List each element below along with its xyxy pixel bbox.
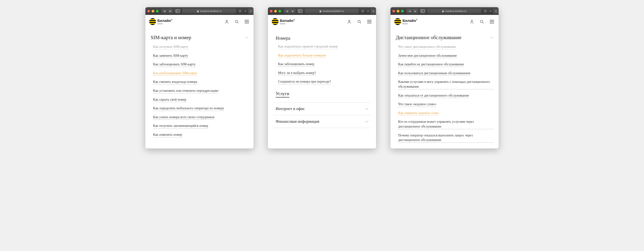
- search-icon[interactable]: [234, 19, 240, 24]
- back-button[interactable]: ◀: [284, 9, 290, 14]
- overflow-button[interactable]: »: [489, 9, 492, 13]
- search-icon[interactable]: [356, 19, 362, 24]
- faq-link[interactable]: Как изменить кодовое слово: [398, 111, 438, 116]
- faq-link[interactable]: Как подключить больше номеров: [278, 53, 326, 58]
- section-header[interactable]: SIM-карта и номер: [151, 31, 248, 44]
- close-window-button[interactable]: [392, 10, 395, 12]
- faq-link[interactable]: Как получить SIM-карту: [153, 44, 188, 50]
- faq-link[interactable]: Как определить мобильного оператора по н…: [153, 106, 224, 111]
- page-content: Номера Как подключить прямой городской н…: [268, 28, 376, 134]
- logo-text: Билайн® Бизнес: [280, 19, 295, 24]
- nav-buttons: ◀ ▶: [162, 9, 173, 14]
- browser-window: ◀ ▶ moskva.beeline.ru » + Билайн® Бизнес: [390, 7, 498, 148]
- faq-link[interactable]: Как установить или отменить переадресаци…: [153, 88, 218, 94]
- url-text: moskva.beeline.ru: [200, 10, 222, 12]
- section-title-text: SIM-карта и номер: [151, 34, 191, 40]
- browser-toolbar: ◀ ▶ moskva.beeline.ru » +: [268, 7, 376, 15]
- sidebar-toggle-button[interactable]: [174, 9, 181, 14]
- faq-link[interactable]: Какими услугами я могу управлять с помощ…: [398, 80, 493, 89]
- menu-button[interactable]: [489, 19, 495, 24]
- faq-link[interactable]: Как узнать номера всех своих сотрудников: [153, 115, 214, 120]
- link-list: Что такое дистанционное обслуживаниеЗаче…: [396, 44, 493, 143]
- minimize-window-button[interactable]: [152, 10, 154, 12]
- svg-point-16: [480, 20, 483, 22]
- reload-button[interactable]: [482, 9, 488, 14]
- faq-link[interactable]: Как разблокировать SIM-карту: [153, 71, 197, 76]
- accordion-row[interactable]: Интернет в офис: [273, 102, 371, 115]
- window-controls: [270, 10, 281, 12]
- svg-rect-6: [298, 10, 302, 12]
- menu-button[interactable]: [244, 19, 250, 24]
- faq-link[interactable]: Зачем мне дистанционное обслуживание: [398, 53, 457, 58]
- maximize-window-button[interactable]: [156, 10, 158, 12]
- faq-link[interactable]: Как перейти на дистанционное обслуживани…: [398, 62, 464, 67]
- maximize-window-button[interactable]: [278, 10, 281, 12]
- burger-icon: [367, 20, 372, 23]
- reload-button[interactable]: [238, 9, 243, 14]
- logo[interactable]: Билайн® Бизнес: [272, 18, 295, 25]
- address-bar[interactable]: moskva.beeline.ru: [182, 9, 236, 14]
- menu-button[interactable]: [366, 19, 372, 24]
- faq-link[interactable]: Как заблокировать номер: [278, 62, 314, 67]
- svg-point-9: [348, 20, 350, 22]
- account-icon[interactable]: [346, 19, 352, 24]
- sidebar-toggle-button[interactable]: [420, 9, 426, 14]
- faq-link[interactable]: Сохранятся ли номера при переезде?: [278, 79, 331, 84]
- faq-link[interactable]: Как отказаться от дистанционного обслужи…: [398, 93, 469, 98]
- section-header[interactable]: Дистанционное обслуживание: [396, 31, 493, 44]
- browser-toolbar: ◀ ▶ moskva.beeline.ru » +: [390, 7, 498, 15]
- close-window-button[interactable]: [147, 10, 150, 12]
- faq-link[interactable]: Как получить запоминающийся номер: [153, 124, 208, 128]
- faq-link[interactable]: Что такое дистанционное обслуживание: [398, 44, 456, 50]
- new-tab-button[interactable]: +: [248, 8, 254, 14]
- logo[interactable]: Билайн® Бизнес: [149, 18, 172, 25]
- faq-link[interactable]: Как пользоваться дистанционным обслужива…: [398, 71, 470, 76]
- faq-link[interactable]: Почему оператор отказался выполнить запр…: [398, 133, 493, 143]
- close-window-button[interactable]: [270, 10, 272, 12]
- minimize-window-button[interactable]: [397, 10, 400, 12]
- overflow-button[interactable]: »: [367, 9, 369, 13]
- subsection-header[interactable]: Услуги: [273, 84, 371, 102]
- address-bar[interactable]: moskva.beeline.ru: [427, 9, 481, 14]
- faq-link[interactable]: Как заменить SIM-карту: [153, 53, 188, 58]
- svg-rect-14: [442, 11, 444, 12]
- accordion-list: Интернет в офис Финансовая информация: [273, 102, 371, 128]
- back-button[interactable]: ◀: [406, 9, 412, 14]
- window-controls: [392, 10, 404, 12]
- lock-icon: [197, 10, 199, 12]
- faq-link[interactable]: Могу ли я выбрать номер?: [278, 70, 316, 76]
- search-icon[interactable]: [479, 19, 485, 24]
- svg-rect-8: [320, 11, 321, 12]
- faq-link[interactable]: Как подключить прямой городской номер: [278, 44, 338, 49]
- address-bar[interactable]: moskva.beeline.ru: [305, 9, 358, 14]
- faq-link[interactable]: Кто из сотрудников может управлять услуг…: [398, 120, 493, 129]
- new-tab-button[interactable]: +: [493, 8, 498, 14]
- account-icon[interactable]: [224, 19, 230, 24]
- faq-link[interactable]: Как изменить номер: [153, 132, 182, 138]
- sidebar-toggle-button[interactable]: [297, 9, 303, 14]
- reload-button[interactable]: [360, 9, 365, 14]
- forward-button[interactable]: ▶: [167, 9, 173, 14]
- account-icon[interactable]: [469, 19, 474, 24]
- lock-icon: [442, 10, 444, 12]
- back-button[interactable]: ◀: [162, 9, 167, 14]
- minimize-window-button[interactable]: [274, 10, 277, 12]
- link-list: Как подключить прямой городской номерКак…: [273, 44, 371, 84]
- accordion-label: Финансовая информация: [276, 119, 319, 124]
- forward-button[interactable]: ▶: [412, 9, 418, 14]
- window-controls: [147, 10, 158, 12]
- lock-icon: [319, 10, 322, 12]
- faq-link[interactable]: Как сменить владельца номера: [153, 80, 197, 84]
- overflow-button[interactable]: »: [244, 9, 247, 13]
- new-tab-button[interactable]: +: [371, 8, 376, 14]
- section-title-text: Номера: [276, 36, 290, 41]
- faq-link[interactable]: Что такое «кодовое слово»: [398, 102, 436, 107]
- faq-link[interactable]: Как скрыть свой номер: [153, 97, 186, 102]
- maximize-window-button[interactable]: [401, 10, 404, 12]
- faq-link[interactable]: Как заблокировать SIM-карту: [153, 62, 196, 67]
- forward-button[interactable]: ▶: [290, 9, 296, 14]
- logo[interactable]: Билайн® Бизнес: [394, 18, 418, 25]
- chevron-up-icon: [490, 37, 493, 39]
- accordion-row[interactable]: Финансовая информация: [273, 115, 371, 128]
- browser-window: ◀ ▶ moskva.beeline.ru » + Билайн® Бизнес: [268, 7, 376, 148]
